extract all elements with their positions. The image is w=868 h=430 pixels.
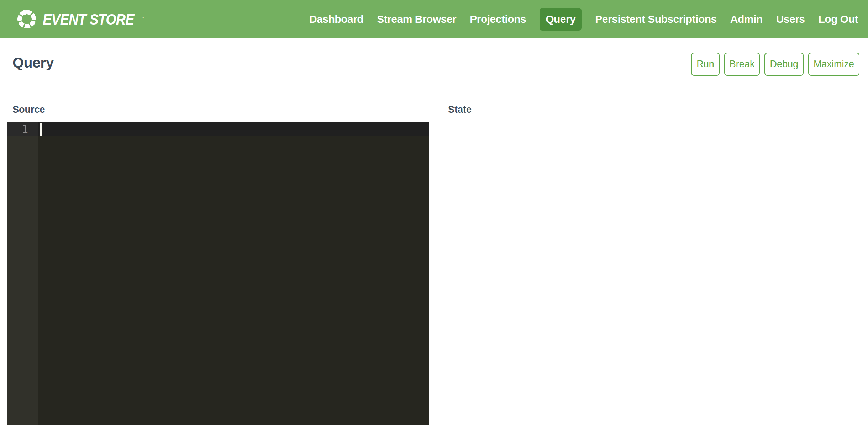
run-button[interactable]: Run: [691, 53, 720, 76]
editor-line-number-gutter: [7, 122, 38, 425]
nav-item-dashboard[interactable]: Dashboard: [309, 13, 363, 25]
nav-item-admin[interactable]: Admin: [730, 13, 763, 25]
query-toolbar: Run Break Debug Maximize: [691, 53, 859, 76]
nav-item-users[interactable]: Users: [776, 13, 805, 25]
top-navbar: EVENT STORE . Dashboard Stream Browser P…: [0, 0, 868, 38]
nav-item-query[interactable]: Query: [540, 8, 582, 31]
source-panel-label: Source: [12, 104, 45, 115]
editor-active-line[interactable]: 1: [7, 122, 429, 136]
nav-item-persistent-subscriptions[interactable]: Persistent Subscriptions: [595, 13, 716, 25]
brand-trademark-dot: .: [142, 13, 144, 20]
brand-link[interactable]: EVENT STORE .: [10, 9, 144, 30]
maximize-button[interactable]: Maximize: [808, 53, 859, 76]
debug-button[interactable]: Debug: [764, 53, 804, 76]
state-panel-label: State: [448, 104, 472, 115]
nav-item-projections[interactable]: Projections: [470, 13, 526, 25]
nav-item-stream-browser[interactable]: Stream Browser: [377, 13, 456, 25]
page-title: Query: [12, 54, 54, 71]
nav-list: Dashboard Stream Browser Projections Que…: [309, 8, 858, 31]
brand-wordmark: EVENT STORE: [43, 11, 134, 28]
editor-line-number: 1: [7, 122, 38, 136]
code-editor[interactable]: 1: [7, 122, 429, 425]
nav-item-log-out[interactable]: Log Out: [819, 13, 858, 25]
editor-text-cursor: [40, 123, 42, 136]
break-button[interactable]: Break: [724, 53, 760, 76]
eventstore-logo-icon: [16, 9, 37, 30]
